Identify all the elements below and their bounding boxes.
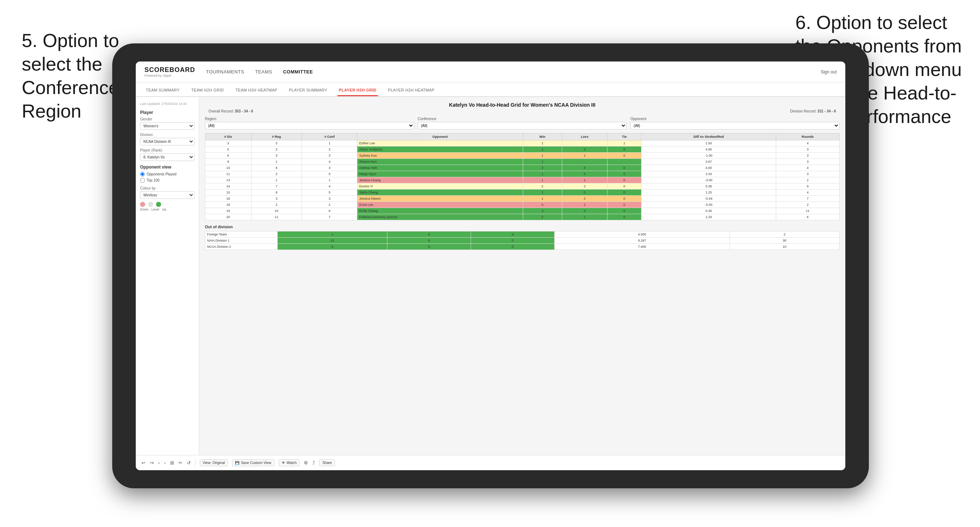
redo-icon[interactable]: ↪: [150, 460, 154, 465]
out-cell-win: 1: [278, 232, 387, 238]
h2h-table: # Div # Reg # Conf Opponent Win Loss Tie…: [205, 133, 840, 220]
view-original-label: View: Original: [203, 461, 225, 465]
sidebar-colour-by-field: Colour by Win/loss: [140, 186, 194, 199]
cell-tie: 0: [608, 171, 641, 177]
cell-win: 0: [523, 202, 562, 208]
sidebar-player-rank-field: Player (Rank) 8. Katelyn Vo: [140, 148, 194, 161]
forward-icon[interactable]: ›: [164, 460, 165, 465]
out-cell-tie: 0: [471, 232, 555, 238]
cell-name: Eunice Yi: [357, 183, 523, 189]
cell-reg: 1: [251, 159, 302, 165]
cell-rounds: 9: [776, 183, 840, 189]
filter-opponent-label: Opponent: [630, 117, 840, 121]
cell-rounds: 4: [776, 165, 840, 171]
cell-tie: 0: [608, 183, 641, 189]
out-cell-loss: 0: [387, 244, 471, 250]
cell-reg: 3: [251, 140, 302, 146]
sidebar-radio-top100[interactable]: Top 100: [140, 178, 194, 183]
out-cell-diff: 9.267: [555, 238, 730, 244]
out-cell-tie: 0: [471, 244, 555, 250]
cell-reg: 2: [251, 171, 302, 177]
copy-icon[interactable]: ⊞: [170, 460, 174, 465]
out-table-row: NAIA Division 1 15 0 0 9.267 30: [205, 238, 840, 244]
cell-div: 11: [205, 171, 251, 177]
cell-conf: 4: [302, 183, 357, 189]
cell-loss: 1: [562, 152, 608, 159]
cell-conf: 7: [302, 214, 357, 220]
filter-conference-select[interactable]: (All): [418, 122, 627, 130]
back-icon[interactable]: ‹: [158, 460, 160, 465]
watch-icon: 👁: [282, 461, 285, 465]
col-win: Win: [523, 133, 562, 140]
cell-diff: 4.00: [641, 146, 776, 152]
cell-div: 10: [205, 165, 251, 171]
nav-teams[interactable]: TEAMS: [255, 68, 272, 76]
cell-reg: 7: [251, 183, 302, 189]
colour-label-up: Up: [162, 208, 167, 211]
logo-area: SCOREBOARD Powered by clippd: [145, 66, 195, 78]
save-custom-btn[interactable]: 💾 Save Custom View: [232, 459, 274, 466]
out-cell-name: Foreign Team: [205, 232, 278, 238]
cell-div: 14: [205, 183, 251, 189]
share-icon[interactable]: ⤴: [312, 460, 315, 465]
undo-icon[interactable]: ↩: [142, 460, 146, 465]
colour-legend-labels: Down Level Up: [140, 208, 194, 211]
out-cell-loss: 0: [387, 232, 471, 238]
nav-committee[interactable]: COMMITTEE: [283, 68, 313, 76]
subnav-team-summary[interactable]: TEAM SUMMARY: [145, 85, 181, 96]
share-btn[interactable]: Share: [319, 459, 335, 466]
sidebar-gender-select[interactable]: Women's: [140, 122, 194, 130]
reset-icon[interactable]: ↺: [187, 460, 191, 465]
cell-win: 1: [523, 152, 562, 159]
colour-label-down: Down: [140, 208, 148, 211]
cell-loss: 1: [562, 177, 608, 183]
subnav-player-summary[interactable]: PLAYER SUMMARY: [288, 85, 329, 96]
cell-rounds: 6: [776, 214, 840, 220]
cell-reg: 2: [251, 146, 302, 152]
cell-name: Esther Lee: [357, 140, 523, 146]
watch-label: Watch: [287, 461, 297, 465]
cell-conf: 2: [302, 202, 357, 208]
save-icon: 💾: [235, 461, 239, 465]
watch-btn[interactable]: 👁 Watch: [279, 459, 300, 466]
cell-reg: 10: [251, 208, 302, 214]
cell-reg: 11: [251, 214, 302, 220]
settings-icon[interactable]: ⚙: [304, 460, 308, 465]
cell-reg: 3: [251, 152, 302, 159]
sidebar-player-rank-select[interactable]: 8. Katelyn Vo: [140, 153, 194, 161]
records-row: Overall Record: 353 - 34 - 6 Division Re…: [205, 109, 840, 113]
cell-div: 5: [205, 146, 251, 152]
view-original-btn[interactable]: View: Original: [200, 459, 228, 466]
cell-tie: 0: [608, 208, 641, 214]
cut-icon[interactable]: ✂: [178, 460, 183, 465]
subnav-player-h2h-grid[interactable]: PLAYER H2H GRID: [337, 85, 378, 96]
filter-row: Region (All) Conference (All): [205, 117, 840, 130]
filter-opponent-select[interactable]: (All): [630, 122, 840, 130]
subnav-team-h2h-grid[interactable]: TEAM H2H GRID: [190, 85, 225, 96]
filter-region-select[interactable]: (All): [205, 122, 414, 130]
cell-div: 15: [205, 189, 251, 196]
sidebar-division-label: Division: [140, 133, 194, 137]
sidebar-colour-by-select[interactable]: Win/loss: [140, 191, 194, 199]
sidebar-gender-label: Gender: [140, 117, 194, 121]
content-area: Katelyn Vo Head-to-Head Grid for Women's…: [199, 97, 845, 455]
nav-tournaments[interactable]: TOURNAMENTS: [206, 68, 244, 76]
cell-name: Andrea York: [357, 165, 523, 171]
cell-tie: 0: [608, 152, 641, 159]
col-loss: Loss: [562, 133, 608, 140]
sidebar-opponent-view-title: Opponent view: [140, 165, 194, 170]
subnav-player-h2h-heatmap[interactable]: PLAYER H2H HEATMAP: [387, 85, 436, 96]
out-of-division-title: Out of division: [205, 225, 840, 229]
sign-out-link[interactable]: Sign out: [821, 70, 837, 75]
sidebar-division-select[interactable]: NCAA Division III: [140, 138, 194, 145]
cell-loss: 0: [562, 189, 608, 196]
cell-rounds: 3: [776, 171, 840, 177]
cell-name: Jessica Mason: [357, 196, 523, 202]
top-nav: SCOREBOARD Powered by clippd TOURNAMENTS…: [136, 62, 845, 83]
cell-win: 1: [523, 196, 562, 202]
out-cell-diff: 4.500: [555, 232, 730, 238]
sidebar-radio-opponents-played[interactable]: Opponents Played: [140, 172, 194, 176]
cell-div: 18: [205, 202, 251, 208]
subnav-team-h2h-heatmap[interactable]: TEAM H2H HEATMAP: [234, 85, 279, 96]
filter-conference-label: Conference: [418, 117, 627, 121]
